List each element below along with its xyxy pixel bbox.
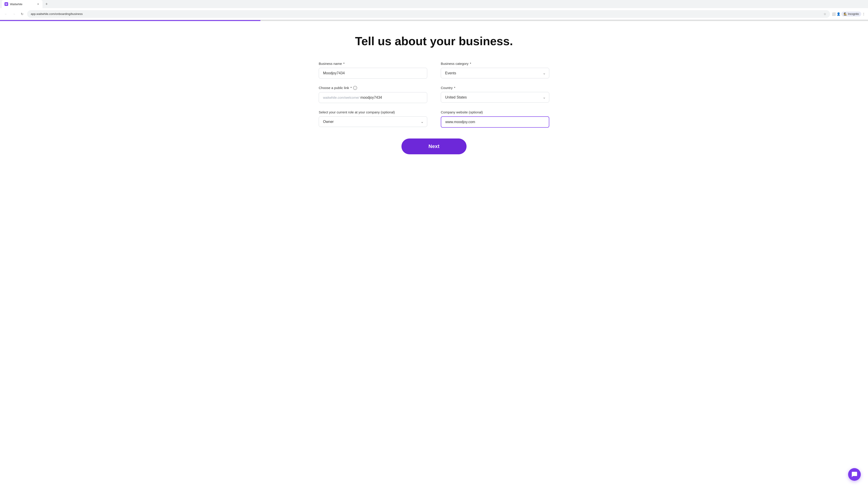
business-category-label: Business category * (441, 62, 549, 66)
company-website-group: Company website (optional) (441, 110, 549, 128)
bookmark-icon[interactable]: ☆ (824, 12, 827, 16)
required-star-2: * (470, 62, 471, 66)
extensions-icon[interactable]: ⬜ (832, 12, 836, 16)
address-bar-row: ← → ↻ app.waitwhile.com/onboarding/busin… (0, 8, 868, 20)
back-button[interactable]: ← (3, 11, 9, 17)
role-select[interactable]: Owner Manager Employee Other (319, 116, 427, 127)
incognito-badge: 🕵 Incognito (841, 11, 861, 17)
public-link-input[interactable] (360, 92, 427, 103)
active-tab[interactable]: W Waitwhile ✕ (2, 0, 42, 8)
incognito-icon: 🕵 (844, 12, 847, 15)
forward-button[interactable]: → (11, 11, 17, 17)
profile-icon[interactable]: 👤 (837, 12, 840, 16)
business-category-select[interactable]: Events Healthcare Retail Government Educ… (441, 68, 549, 78)
tab-close-button[interactable]: ✕ (36, 2, 40, 6)
required-star: * (343, 62, 345, 66)
role-label: Select your current role at your company… (319, 110, 427, 114)
next-button[interactable]: Next (401, 138, 467, 154)
next-button-wrapper: Next (319, 138, 549, 154)
role-group: Select your current role at your company… (319, 110, 427, 128)
form-grid: Business name * Business category * Even… (319, 62, 549, 128)
browser-actions: ⬜ 👤 🕵 Incognito ⋮ (832, 11, 865, 17)
business-name-label: Business name * (319, 62, 427, 66)
country-group: Country * United States Canada United Ki… (441, 86, 549, 103)
progress-bar-fill (0, 20, 260, 21)
chat-widget-button[interactable] (848, 468, 861, 481)
company-website-label: Company website (optional) (441, 110, 549, 114)
tab-title: Waitwhile (10, 2, 22, 6)
public-link-group: Choose a public link * i waitwhile.com/w… (319, 86, 427, 103)
tab-favicon: W (4, 2, 8, 6)
info-icon[interactable]: i (353, 86, 357, 90)
browser-chrome: W Waitwhile ✕ + ← → ↻ app.waitwhile.com/… (0, 0, 868, 20)
address-field[interactable]: app.waitwhile.com/onboarding/business ☆ (27, 10, 830, 18)
page-title: Tell us about your business. (319, 35, 549, 48)
chat-icon (851, 471, 858, 478)
refresh-button[interactable]: ↻ (19, 11, 25, 17)
required-star-3: * (350, 86, 352, 90)
public-link-input-wrapper: waitwhile.com/welcome/ (319, 92, 427, 103)
country-wrapper: United States Canada United Kingdom Aust… (441, 92, 549, 103)
page-content: Tell us about your business. Business na… (310, 21, 558, 168)
country-select[interactable]: United States Canada United Kingdom Aust… (441, 92, 549, 103)
business-name-input[interactable] (319, 68, 427, 78)
incognito-label: Incognito (848, 12, 859, 15)
business-name-group: Business name * (319, 62, 427, 78)
company-website-input[interactable] (441, 116, 549, 128)
menu-icon[interactable]: ⋮ (862, 12, 865, 16)
business-category-wrapper: Events Healthcare Retail Government Educ… (441, 68, 549, 78)
address-icons: ☆ (824, 12, 827, 16)
url-prefix: waitwhile.com/welcome/ (319, 92, 360, 103)
role-wrapper: Owner Manager Employee Other ⌄ (319, 116, 427, 127)
tab-bar: W Waitwhile ✕ + (0, 0, 868, 8)
new-tab-button[interactable]: + (43, 1, 50, 7)
public-link-label: Choose a public link * i (319, 86, 427, 90)
address-url: app.waitwhile.com/onboarding/business (31, 12, 83, 15)
required-star-4: * (454, 86, 456, 90)
business-category-group: Business category * Events Healthcare Re… (441, 62, 549, 78)
country-label: Country * (441, 86, 549, 90)
